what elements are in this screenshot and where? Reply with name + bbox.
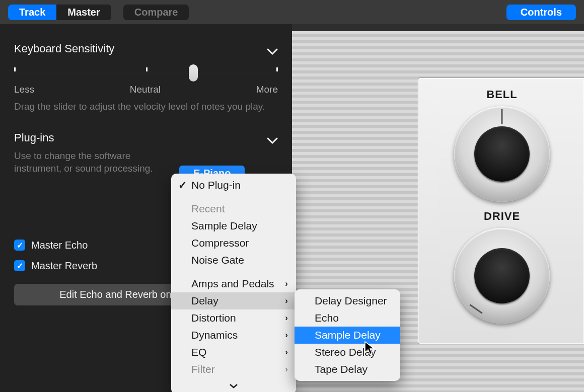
menu-item-label: Tape Delay: [315, 363, 368, 375]
knob-bell[interactable]: [454, 106, 550, 202]
menu-more-indicator[interactable]: [171, 378, 296, 391]
sensitivity-slider[interactable]: [14, 71, 278, 74]
view-segment: Track Master: [8, 5, 111, 20]
chevron-down-icon: [267, 134, 278, 141]
menu-item-label: Dynamics: [191, 329, 238, 341]
menu-item-label: Delay Designer: [315, 295, 387, 307]
checkbox-master-reverb[interactable]: ✓: [14, 260, 25, 271]
menu-separator: [171, 272, 296, 272]
menu-item-label: Compressor: [191, 237, 249, 249]
effect-label: Master Echo: [31, 240, 88, 251]
menu-item-label: EQ: [191, 346, 206, 358]
controls-button[interactable]: Controls: [506, 5, 576, 20]
chevron-right-icon: ›: [285, 279, 288, 289]
knob-block-bell: BELL: [447, 88, 557, 202]
submenu-item-3[interactable]: Stereo Delay: [295, 344, 400, 361]
plugins-hint: Use to change the software instrument, o…: [14, 149, 170, 175]
compare-button[interactable]: Compare: [123, 5, 189, 20]
menu-item-label: Amps and Pedals: [191, 278, 274, 290]
plugin-menu[interactable]: ✓ No Plug-in Recent Sample Delay Compres…: [171, 174, 296, 392]
chevron-right-icon: ›: [285, 330, 288, 340]
menu-recent-1[interactable]: Compressor: [171, 234, 296, 252]
submenu-item-2[interactable]: Sample Delay: [295, 327, 400, 344]
cursor-icon: [364, 341, 376, 355]
submenu-item-4[interactable]: Tape Delay: [295, 361, 400, 378]
menu-cat-2[interactable]: Distortion›: [171, 309, 296, 327]
menu-recent-header: Recent: [171, 200, 296, 217]
sensitivity-slider-thumb[interactable]: [189, 64, 198, 82]
top-tab-bar: Track Master Compare Controls: [0, 0, 584, 24]
menu-cat-5[interactable]: Filter›: [171, 361, 296, 378]
knob-drive[interactable]: [454, 228, 550, 324]
knob-label-bell: BELL: [447, 88, 557, 101]
plugin-submenu-delay[interactable]: Delay Designer Echo Sample Delay Stereo …: [295, 289, 400, 381]
chevron-right-icon: ›: [285, 313, 288, 323]
chevron-right-icon: ›: [285, 296, 288, 306]
chevron-down-icon: [267, 45, 278, 52]
knob-panel: BELL DRIVE: [418, 77, 584, 344]
menu-cat-4[interactable]: EQ›: [171, 344, 296, 361]
submenu-item-0[interactable]: Delay Designer: [295, 292, 400, 309]
chevron-right-icon: ›: [285, 347, 288, 357]
menu-recent-2[interactable]: Noise Gate: [171, 252, 296, 269]
menu-item-label: Delay: [191, 295, 218, 307]
knob-block-drive: DRIVE: [447, 210, 557, 324]
label-neutral: Neutral: [130, 84, 161, 95]
menu-item-label: No Plug-in: [191, 179, 241, 191]
plugins-title: Plug-ins: [14, 131, 54, 144]
label-more: More: [256, 84, 278, 95]
checkbox-master-echo[interactable]: ✓: [14, 240, 25, 251]
effect-label: Master Reverb: [31, 260, 97, 272]
check-icon: ✓: [178, 179, 187, 191]
menu-cat-3[interactable]: Dynamics›: [171, 327, 296, 344]
tab-track[interactable]: Track: [8, 5, 56, 20]
menu-item-label: Sample Delay: [191, 220, 257, 232]
tab-master[interactable]: Master: [56, 5, 111, 20]
menu-item-label: Noise Gate: [191, 254, 244, 266]
menu-item-label: Sample Delay: [315, 329, 381, 341]
knob-label-drive: DRIVE: [447, 210, 557, 223]
plugins-header[interactable]: Plug-ins: [14, 131, 278, 144]
sensitivity-title: Keyboard Sensitivity: [14, 42, 114, 55]
label-less: Less: [14, 84, 34, 95]
menu-item-label: Echo: [315, 312, 339, 324]
submenu-item-1[interactable]: Echo: [295, 309, 400, 327]
menu-item-label: Distortion: [191, 312, 236, 324]
chevron-right-icon: ›: [285, 364, 288, 374]
menu-separator: [171, 197, 296, 197]
menu-cat-0[interactable]: Amps and Pedals›: [171, 275, 296, 292]
sensitivity-hint: Drag the slider to adjust the velocity l…: [14, 100, 278, 113]
menu-cat-1[interactable]: Delay›: [171, 292, 296, 309]
menu-recent-0[interactable]: Sample Delay: [171, 217, 296, 234]
menu-item-label: Filter: [191, 363, 215, 375]
menu-item-label: Recent: [191, 203, 225, 215]
menu-no-plugin[interactable]: ✓ No Plug-in: [171, 177, 296, 194]
sensitivity-labels: Less Neutral More: [14, 84, 278, 95]
sensitivity-header[interactable]: Keyboard Sensitivity: [14, 42, 278, 55]
